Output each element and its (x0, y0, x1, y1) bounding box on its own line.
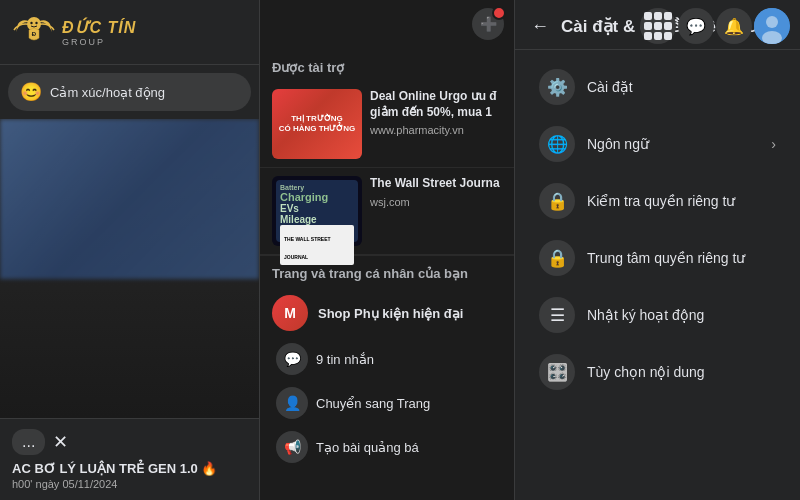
mood-button[interactable]: 😊 Cảm xúc/hoạt động (8, 73, 251, 111)
svg-point-1 (30, 22, 32, 24)
privacy-check-label: Kiểm tra quyền riêng tư (587, 193, 776, 209)
dots-button[interactable]: ... (12, 429, 45, 455)
user-avatar[interactable] (754, 8, 790, 44)
menu-items: ⚙️ Cài đặt 🌐 Ngôn ngữ › 🔒 Kiểm tra quyền… (515, 50, 800, 500)
ad-title-1: Deal Online Urgo ưu đ giảm đến 50%, mua … (370, 89, 502, 120)
logo-main-text: ĐỨC TÍN (62, 18, 136, 37)
left-sidebar: Đ ĐỨC TÍN GROUP 😊 Cảm xúc/hoạt động ... … (0, 0, 260, 500)
menu-item-privacy-center[interactable]: 🔒 Trung tâm quyền riêng tư (523, 230, 792, 286)
grid-icon[interactable] (640, 8, 676, 44)
grid-dots (644, 12, 672, 40)
wsj-mileage-text: Mileage (280, 214, 354, 225)
wsj-logo-bar: THE WALL STREET JOURNAL (280, 225, 354, 265)
ad-info-2: The Wall Street Journa wsj.com (370, 176, 502, 208)
sidebar-blur-content (0, 119, 259, 418)
messenger-icon[interactable]: 💬 (678, 8, 714, 44)
svg-text:Đ: Đ (32, 31, 37, 37)
notifications-icon[interactable]: 🔔 (716, 8, 752, 44)
activity-log-icon: ☰ (539, 297, 575, 333)
close-button[interactable]: ✕ (53, 431, 68, 453)
menu-item-language[interactable]: 🌐 Ngôn ngữ › (523, 116, 792, 172)
create-ad-text: Tạo bài quảng bá (316, 440, 419, 455)
sidebar-bottom: ... ✕ AC BƠ LÝ LUẬN TRẺ GEN 1.0 🔥 h00' n… (0, 418, 259, 500)
ad-thumbnail-1: THỊ TRƯỜNGCÓ HÀNG THƯỞNG (272, 89, 362, 159)
ad-card-2[interactable]: Battery Charging EVs Mileage THE WALL ST… (260, 168, 514, 255)
ad-thumb-text-1: THỊ TRƯỜNGCÓ HÀNG THƯỞNG (279, 114, 356, 133)
switch-text: Chuyển sang Trang (316, 396, 430, 411)
switch-page-action[interactable]: 👤 Chuyển sang Trang (272, 381, 502, 425)
wsj-battery-label: Battery (280, 184, 354, 191)
svg-point-5 (766, 16, 778, 28)
activity-log-label: Nhật ký hoạt động (587, 307, 776, 323)
mood-icon: 😊 (20, 81, 42, 103)
right-panel: ← Cài đặt & quyền riêng tư ⚙️ Cài đặt 🌐 … (515, 0, 800, 500)
logo-text: ĐỨC TÍN GROUP (62, 18, 136, 47)
logo-icon: Đ (12, 10, 56, 54)
language-label: Ngôn ngữ (587, 136, 759, 152)
menu-item-content-prefs[interactable]: 🎛️ Tùy chọn nội dung (523, 344, 792, 400)
menu-item-privacy-check[interactable]: 🔒 Kiểm tra quyền riêng tư (523, 173, 792, 229)
megaphone-icon: 📢 (276, 431, 308, 463)
wsj-logo-text: THE WALL STREET JOURNAL (284, 236, 331, 260)
mood-text: Cảm xúc/hoạt động (50, 85, 165, 100)
messages-icon: 💬 (276, 343, 308, 375)
back-button[interactable]: ← (531, 16, 549, 37)
create-post-icon[interactable]: ➕ (472, 8, 504, 40)
sidebar-actions: ... ✕ (12, 429, 247, 455)
main-container: Đ ĐỨC TÍN GROUP 😊 Cảm xúc/hoạt động ... … (0, 0, 800, 500)
privacy-center-icon: 🔒 (539, 240, 575, 276)
privacy-center-label: Trung tâm quyền riêng tư (587, 250, 776, 266)
ad-title-2: The Wall Street Journa (370, 176, 502, 192)
settings-icon: ⚙️ (539, 69, 575, 105)
chevron-right-icon: › (771, 136, 776, 152)
sidebar-time: h00' ngày 05/11/2024 (12, 478, 247, 490)
page-name: Shop Phụ kiện hiện đại (318, 306, 463, 321)
settings-label: Cài đặt (587, 79, 776, 95)
wsj-inner: Battery Charging EVs Mileage THE WALL ST… (276, 180, 358, 242)
pages-section: Trang và trang cá nhân của bạn M Shop Ph… (260, 255, 514, 475)
messages-action[interactable]: 💬 9 tin nhắn (272, 337, 502, 381)
privacy-check-icon: 🔒 (539, 183, 575, 219)
wsj-evs-text: EVs (280, 203, 354, 214)
ad-card-1[interactable]: THỊ TRƯỜNGCÓ HÀNG THƯỞNG Deal Online Urg… (260, 81, 514, 168)
center-content: ➕ Được tài trợ THỊ TRƯỜNGCÓ HÀNG THƯỞNG … (260, 0, 515, 500)
sidebar-group-name: AC BƠ LÝ LUẬN TRẺ GEN 1.0 🔥 (12, 461, 247, 476)
page-avatar: M (272, 295, 308, 331)
menu-item-settings[interactable]: ⚙️ Cài đặt (523, 59, 792, 115)
top-bar: 💬 🔔 (630, 0, 800, 52)
pages-title: Trang và trang cá nhân của bạn (272, 266, 502, 289)
ad-domain-2: wsj.com (370, 196, 502, 208)
language-icon: 🌐 (539, 126, 575, 162)
menu-item-activity-log[interactable]: ☰ Nhật ký hoạt động (523, 287, 792, 343)
wsj-charging-text: Charging (280, 191, 354, 203)
ad-info-1: Deal Online Urgo ưu đ giảm đến 50%, mua … (370, 89, 502, 136)
switch-icon: 👤 (276, 387, 308, 419)
content-prefs-icon: 🎛️ (539, 354, 575, 390)
page-item[interactable]: M Shop Phụ kiện hiện đại (272, 289, 502, 337)
messages-text: 9 tin nhắn (316, 352, 374, 367)
sidebar-header: Đ ĐỨC TÍN GROUP (0, 0, 259, 65)
svg-point-2 (35, 22, 37, 24)
center-header-bar: ➕ (260, 0, 514, 48)
blurred-image (0, 119, 259, 279)
logo-container: Đ ĐỨC TÍN GROUP (12, 10, 136, 54)
ad-thumbnail-2: Battery Charging EVs Mileage THE WALL ST… (272, 176, 362, 246)
logo-sub-text: GROUP (62, 37, 136, 47)
ad-domain-1: www.pharmacity.vn (370, 124, 502, 136)
create-ad-action[interactable]: 📢 Tạo bài quảng bá (272, 425, 502, 469)
sponsored-title: Được tài trợ (260, 48, 514, 81)
content-prefs-label: Tùy chọn nội dung (587, 364, 776, 380)
